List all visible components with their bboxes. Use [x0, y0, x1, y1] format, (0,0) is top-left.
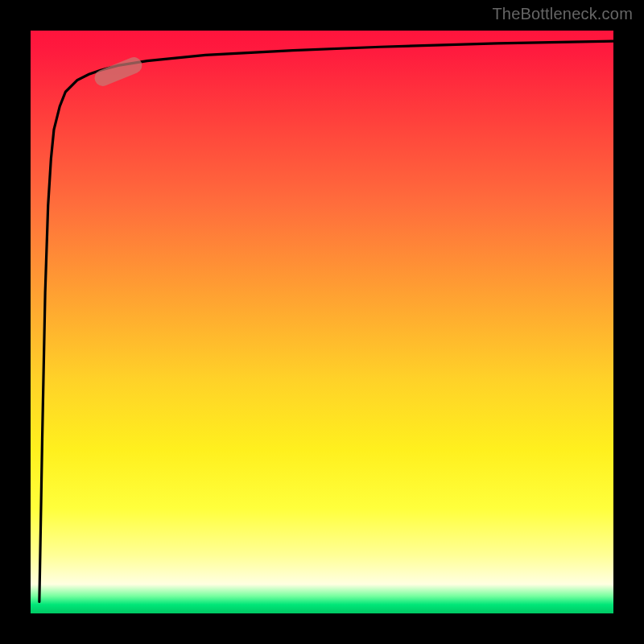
- curve-svg: [31, 31, 613, 613]
- watermark-text: TheBottleneck.com: [492, 5, 633, 23]
- bottleneck-curve: [39, 41, 613, 601]
- plot-area: [31, 31, 613, 613]
